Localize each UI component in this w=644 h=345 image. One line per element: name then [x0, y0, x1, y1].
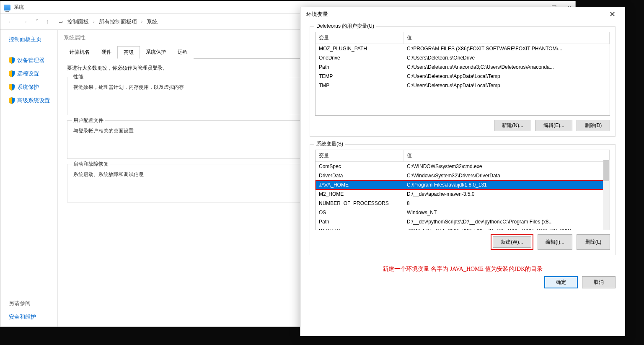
cell-val: C:\Users\Deleteorus\Anaconda3;C:\Users\D…	[403, 62, 610, 72]
list-header: 变量 值	[316, 150, 610, 162]
sidebar-item-device-manager[interactable]: 设备管理器	[9, 57, 57, 64]
tab-advanced[interactable]: 高级	[117, 46, 140, 59]
chevron-right-icon: ›	[62, 19, 63, 24]
tab-computer-name[interactable]: 计算机名	[64, 46, 96, 59]
chevron-right-icon: ›	[141, 19, 142, 24]
sidebar: 控制面板主页 设备管理器 远程设置 系统保护 高级系统设置 另请参阅 安全和维护	[0, 30, 57, 327]
breadcrumb[interactable]: › 控制面板 › 所有控制面板项 › 系统	[62, 18, 158, 26]
user-edit-button[interactable]: 编辑(E)...	[535, 120, 572, 131]
scrollbar-thumb[interactable]	[603, 160, 609, 181]
col-variable: 变量	[316, 150, 403, 161]
cell-val: C:\WINDOWS\system32\cmd.exe	[403, 162, 610, 171]
section-title: 系统变量(S)	[314, 140, 345, 148]
list-header: 变量 值	[316, 32, 610, 44]
breadcrumb-item[interactable]: 系统	[147, 18, 158, 26]
cell-val: Windows_NT	[403, 208, 610, 217]
cell-var: PATHEXT	[316, 226, 403, 230]
group-title: 用户配置文件	[72, 117, 105, 124]
cell-var: DriverData	[316, 171, 403, 180]
shield-icon	[9, 57, 15, 64]
tab-protection[interactable]: 系统保护	[140, 46, 172, 59]
cell-val: 8	[403, 199, 610, 208]
system-vars-list[interactable]: 变量 值 ComSpecC:\WINDOWS\system32\cmd.exeD…	[315, 150, 610, 230]
user-delete-button[interactable]: 删除(D)	[577, 120, 610, 131]
shield-icon	[9, 70, 15, 77]
cell-var: OS	[316, 208, 403, 217]
table-row[interactable]: JAVA_HOMEC:\Program Files\Java\jdk1.8.0_…	[316, 180, 610, 189]
shield-icon	[9, 84, 15, 91]
cell-val: C:\Users\Deleteorus\AppData\Local\Temp	[403, 81, 610, 90]
cell-val: C:\Program Files\Java\jdk1.8.0_131	[403, 180, 610, 189]
table-row[interactable]: PATHEXT.COM;.EXE;.BAT;.CMD;.VBS;.VBE;.JS…	[316, 226, 610, 230]
cell-val: .COM;.EXE;.BAT;.CMD;.VBS;.VBE;.JS;.JSE;.…	[403, 226, 610, 230]
user-vars-list[interactable]: 变量 值 MOZ_PLUGIN_PATHC:\PROGRAM FILES (X8…	[315, 32, 610, 116]
sidebar-home[interactable]: 控制面板主页	[9, 36, 57, 43]
cell-var: ComSpec	[316, 162, 403, 171]
dialog-footer: 确定 取消	[310, 276, 616, 288]
breadcrumb-item[interactable]: 控制面板	[67, 18, 89, 26]
cell-val: C:\Users\Deleteorus\AppData\Local\Temp	[403, 72, 610, 81]
table-row[interactable]: ComSpecC:\WINDOWS\system32\cmd.exe	[316, 162, 610, 171]
cell-val: D:\__dev\python\Scripts\;D:\__dev\python…	[403, 217, 610, 226]
tab-hardware[interactable]: 硬件	[96, 46, 117, 59]
table-row[interactable]: MOZ_PLUGIN_PATHC:\PROGRAM FILES (X86)\FO…	[316, 44, 610, 53]
group-title: 性能	[72, 73, 85, 80]
col-value: 值	[403, 150, 610, 161]
table-row[interactable]: OSWindows_NT	[316, 208, 610, 217]
cell-val: C:\Users\Deleteorus\OneDrive	[403, 53, 610, 62]
table-row[interactable]: TMPC:\Users\Deleteorus\AppData\Local\Tem…	[316, 81, 610, 90]
breadcrumb-item[interactable]: 所有控制面板项	[99, 18, 137, 26]
table-row[interactable]: M2_HOMED:\__dev\apache-maven-3.5.0	[316, 189, 610, 199]
table-row[interactable]: NUMBER_OF_PROCESSORS8	[316, 199, 610, 208]
sys-edit-button[interactable]: 编辑(I)...	[538, 234, 572, 250]
section-title: Deleteorus 的用户变量(U)	[314, 23, 376, 30]
col-variable: 变量	[316, 32, 403, 44]
table-row[interactable]: PathD:\__dev\python\Scripts\;D:\__dev\py…	[316, 217, 610, 226]
forward-arrow-icon[interactable]: →	[20, 16, 30, 27]
cell-val: D:\__dev\apache-maven-3.5.0	[403, 189, 610, 199]
sidebar-item-protection[interactable]: 系统保护	[9, 83, 57, 91]
sys-delete-button[interactable]: 删除(L)	[577, 234, 610, 250]
chevron-right-icon: ›	[93, 19, 94, 24]
table-row[interactable]: TEMPC:\Users\Deleteorus\AppData\Local\Te…	[316, 72, 610, 81]
cell-var: OneDrive	[316, 53, 403, 62]
user-new-button[interactable]: 新建(N)...	[494, 120, 531, 131]
scrollbar[interactable]	[603, 160, 610, 230]
recent-dropdown-icon[interactable]: ˅	[34, 17, 40, 26]
cell-val: C:\Windows\System32\Drivers\DriverData	[403, 171, 610, 180]
sidebar-item-remote[interactable]: 远程设置	[9, 70, 57, 78]
cell-var: TEMP	[316, 72, 403, 81]
table-row[interactable]: OneDriveC:\Users\Deleteorus\OneDrive	[316, 53, 610, 62]
cell-var: Path	[316, 217, 403, 226]
dialog-titlebar: 环境变量 ✕	[300, 7, 625, 21]
see-also-label: 另请参阅	[9, 300, 57, 307]
cell-var: TMP	[316, 81, 403, 90]
table-row[interactable]: PathC:\Users\Deleteorus\Anaconda3;C:\Use…	[316, 62, 610, 72]
shield-icon	[9, 97, 15, 104]
cell-var: JAVA_HOME	[316, 180, 403, 189]
cell-val: C:\PROGRAM FILES (X86)\FOXIT SOFTWARE\FO…	[403, 44, 610, 53]
ok-button[interactable]: 确定	[544, 276, 578, 288]
up-arrow-icon[interactable]: ↑	[44, 16, 51, 27]
cell-var: NUMBER_OF_PROCESSORS	[316, 199, 403, 208]
tab-remote[interactable]: 远程	[172, 46, 194, 59]
cell-var: M2_HOME	[316, 189, 403, 199]
back-arrow-icon[interactable]: ←	[5, 16, 16, 27]
env-variables-dialog: 环境变量 ✕ Deleteorus 的用户变量(U) 变量 值 MOZ_PLUG…	[300, 7, 625, 336]
table-row[interactable]: DriverDataC:\Windows\System32\Drivers\Dr…	[316, 171, 610, 180]
group-title: 启动和故障恢复	[72, 161, 110, 168]
sidebar-security-link[interactable]: 安全和维护	[9, 313, 57, 321]
close-icon[interactable]: ✕	[606, 9, 619, 20]
col-value: 值	[403, 32, 610, 44]
window-title: 系统	[14, 4, 24, 11]
cell-var: MOZ_PLUGIN_PATH	[316, 44, 403, 53]
sys-new-button[interactable]: 新建(W)...	[493, 236, 531, 248]
cancel-button[interactable]: 取消	[582, 276, 616, 288]
system-vars-section: 系统变量(S) 变量 值 ComSpecC:\WINDOWS\system32\…	[310, 144, 616, 255]
annotation-text: 新建一个环境变量 名字为 JAVA_HOME 值为安装的JDK的目录	[310, 265, 616, 273]
dialog-title: 环境变量	[306, 10, 328, 18]
system-icon	[4, 5, 10, 10]
cell-var: Path	[316, 62, 403, 72]
user-vars-section: Deleteorus 的用户变量(U) 变量 值 MOZ_PLUGIN_PATH…	[310, 26, 616, 137]
sidebar-item-advanced[interactable]: 高级系统设置	[9, 97, 57, 104]
